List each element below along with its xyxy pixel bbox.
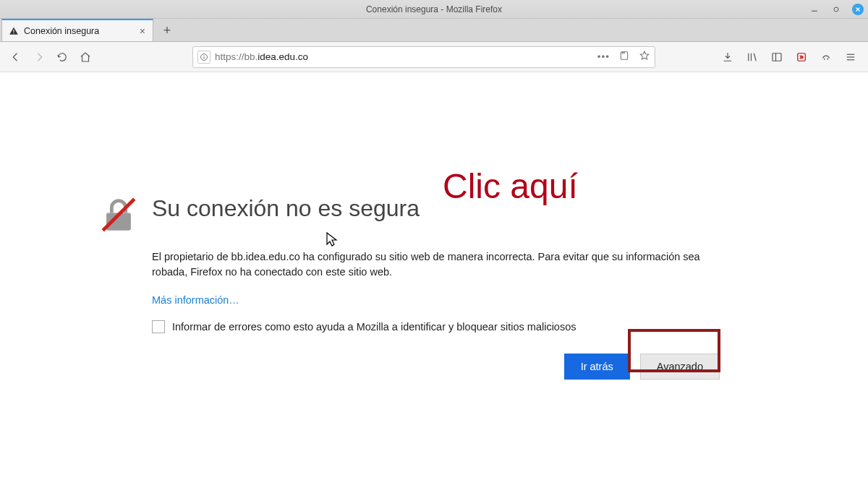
page-content: Su conexión no es segura El propietario … <box>0 72 868 488</box>
url-bar[interactable]: https://bb.idea.edu.co ••• <box>192 46 655 68</box>
window-titlebar: Conexión insegura - Mozilla Firefox <box>0 0 868 19</box>
svg-rect-7 <box>204 56 205 59</box>
url-text: https://bb.idea.edu.co <box>215 51 597 62</box>
svg-rect-10 <box>773 53 781 61</box>
sidebar-icon[interactable] <box>770 50 784 64</box>
svg-rect-5 <box>13 33 14 33</box>
tab-active[interactable]: Conexión insegura × <box>1 19 153 41</box>
library-icon[interactable] <box>745 50 760 64</box>
error-description: El propietario de bb.idea.edu.co ha conf… <box>152 249 720 280</box>
window-close-button[interactable] <box>852 4 864 15</box>
error-buttons-row: Ir atrás Avanzado <box>152 354 720 380</box>
back-button[interactable] <box>6 47 26 67</box>
window-controls <box>809 0 864 18</box>
insecure-connection-error: Su conexión no es segura El propietario … <box>98 194 720 380</box>
warning-icon <box>8 26 20 36</box>
annotation-text: Clic aquí <box>443 166 578 206</box>
svg-rect-4 <box>13 30 14 32</box>
report-errors-checkbox[interactable] <box>152 320 165 333</box>
insecure-lock-icon <box>98 194 140 239</box>
downloads-icon[interactable] <box>720 50 735 64</box>
svg-rect-8 <box>204 55 205 56</box>
extension-icon[interactable] <box>794 50 809 64</box>
reload-button[interactable] <box>52 47 72 67</box>
forward-button[interactable] <box>29 47 49 67</box>
reader-mode-icon[interactable] <box>618 50 630 64</box>
url-prefix: https://bb. <box>215 51 258 62</box>
tab-strip: Conexión insegura × + <box>0 19 868 42</box>
site-identity-icon[interactable] <box>197 51 210 64</box>
tab-title: Conexión insegura <box>24 26 99 36</box>
nav-toolbar: https://bb.idea.edu.co ••• <box>0 42 868 72</box>
urlbar-end-icons: ••• <box>597 50 650 64</box>
mouse-cursor-icon <box>326 231 339 250</box>
window-title: Conexión insegura - Mozilla Firefox <box>366 4 502 14</box>
toolbar-right-icons <box>720 50 862 64</box>
tab-close-button[interactable]: × <box>138 25 147 37</box>
advanced-button[interactable]: Avanzado <box>640 354 720 380</box>
window-maximize-button[interactable] <box>830 4 842 15</box>
learn-more-row: Más información… <box>152 294 720 306</box>
hamburger-menu-icon[interactable] <box>843 50 858 64</box>
error-heading: Su conexión no es segura <box>152 195 720 222</box>
report-errors-label: Informar de errores como esto ayuda a Mo… <box>172 321 576 333</box>
url-host: idea.edu.co <box>258 51 308 62</box>
page-action-icon[interactable]: ••• <box>597 51 610 62</box>
learn-more-link[interactable]: Más información… <box>152 294 239 306</box>
bookmark-star-icon[interactable] <box>639 50 650 64</box>
window-minimize-button[interactable] <box>809 4 820 15</box>
new-tab-button[interactable]: + <box>156 20 178 41</box>
extension2-icon[interactable] <box>819 50 833 64</box>
home-button[interactable] <box>75 47 95 67</box>
report-errors-row: Informar de errores como esto ayuda a Mo… <box>152 320 720 333</box>
svg-point-1 <box>834 7 838 12</box>
go-back-button[interactable]: Ir atrás <box>564 354 630 380</box>
